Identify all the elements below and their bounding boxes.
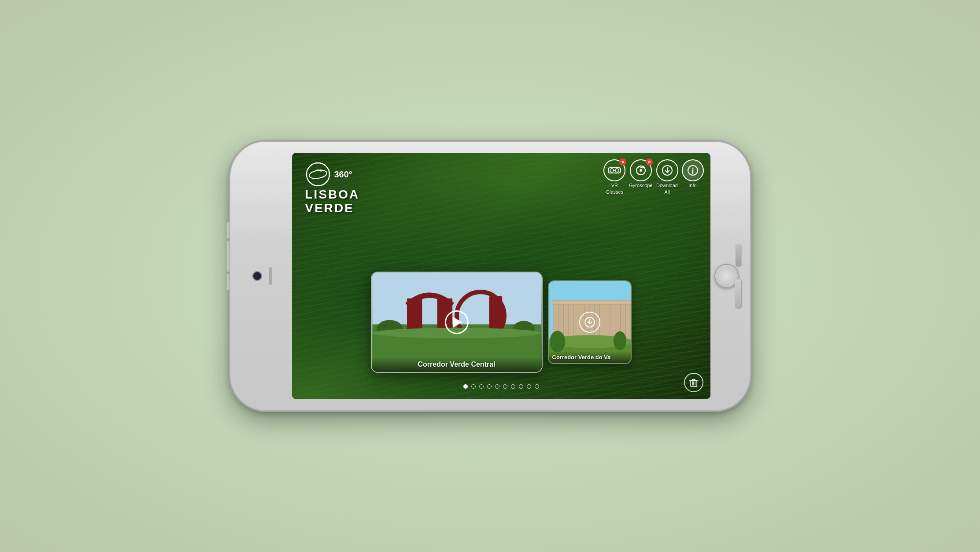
svg-point-45 (613, 331, 626, 350)
svg-point-9 (640, 169, 642, 172)
dot-4[interactable] (495, 384, 499, 389)
card-corredor-verde-va[interactable]: Corredor Verde do Va (548, 280, 632, 364)
dot-8[interactable] (527, 384, 531, 389)
info-label: Info (688, 183, 696, 188)
dot-3[interactable] (487, 384, 492, 389)
vr-icon-svg (608, 166, 621, 174)
volume-buttons (227, 222, 230, 290)
info-icon-svg (687, 165, 699, 176)
download-all-button[interactable]: Download All (656, 159, 678, 195)
dot-9[interactable] (535, 384, 539, 389)
dot-7[interactable] (519, 384, 523, 389)
gyroscope-icon: ✕ (630, 159, 652, 181)
app-screen: 360° LISBOA VERDE ✕ VR Glasses (292, 153, 710, 399)
download-all-label-line1: Download (656, 183, 678, 188)
logo-360-wrap: 360° (305, 162, 352, 187)
play-triangle-icon (453, 317, 462, 328)
svg-point-4 (610, 169, 614, 172)
svg-point-5 (615, 169, 619, 172)
gyroscope-button[interactable]: ✕ Gyroscope (629, 159, 652, 188)
svg-rect-41 (552, 300, 630, 305)
download-icon-svg (662, 165, 673, 176)
vr-notification-dot: ✕ (619, 158, 626, 166)
power-left-button[interactable] (227, 274, 230, 290)
play-button[interactable] (445, 310, 469, 334)
gyroscope-notification-dot: ✕ (646, 158, 653, 166)
card-corredor-verde-central[interactable]: Corredor Verde Central (371, 272, 543, 373)
info-button[interactable]: Info (682, 159, 704, 188)
front-speaker (269, 267, 272, 285)
logo-line2: VERDE (305, 202, 354, 215)
card-2-download-button[interactable] (579, 312, 600, 333)
content-carousel: Corredor Verde Central (292, 272, 710, 373)
card-1-title: Corredor Verde Central (372, 357, 542, 372)
download-all-label-line2: All (664, 189, 669, 195)
download-card-icon (584, 316, 595, 328)
svg-point-1 (308, 169, 327, 180)
vr-glasses-label-line2: Glasses (606, 189, 623, 195)
vr-glasses-icon: ✕ (603, 159, 625, 181)
vr-glasses-button[interactable]: ✕ VR Glasses (603, 159, 625, 195)
dot-1[interactable] (471, 384, 476, 389)
gyroscope-icon-svg (634, 164, 647, 177)
top-controls-bar: ✕ VR Glasses ✕ (603, 159, 703, 195)
phone-device: SAMSUNG 360° LISBOA VERDE (230, 142, 750, 410)
trash-icon (689, 378, 699, 387)
dot-2[interactable] (479, 384, 484, 389)
svg-point-13 (692, 168, 693, 169)
front-camera (252, 271, 262, 281)
svg-point-44 (549, 331, 565, 353)
carousel-dots (292, 384, 710, 389)
dot-6[interactable] (511, 384, 515, 389)
right-volume-button[interactable] (736, 244, 741, 266)
right-buttons (735, 244, 741, 308)
vr-glasses-label-line1: VR (611, 183, 618, 188)
card-2-title: Corredor Verde do Va (549, 351, 631, 363)
logo-360-text: 360° (334, 169, 352, 180)
logo-line1: LISBOA (305, 188, 360, 202)
info-icon (682, 159, 704, 181)
dot-0[interactable] (463, 384, 468, 389)
volume-down-button[interactable] (227, 241, 230, 272)
delete-button[interactable] (684, 373, 703, 392)
right-power-button[interactable] (735, 280, 741, 308)
volume-up-button[interactable] (227, 222, 230, 238)
app-logo: 360° LISBOA VERDE (305, 162, 360, 215)
dot-5[interactable] (503, 384, 507, 389)
logo-360-icon (305, 162, 331, 187)
download-all-icon (656, 159, 678, 181)
gyroscope-label: Gyroscope (629, 183, 652, 188)
